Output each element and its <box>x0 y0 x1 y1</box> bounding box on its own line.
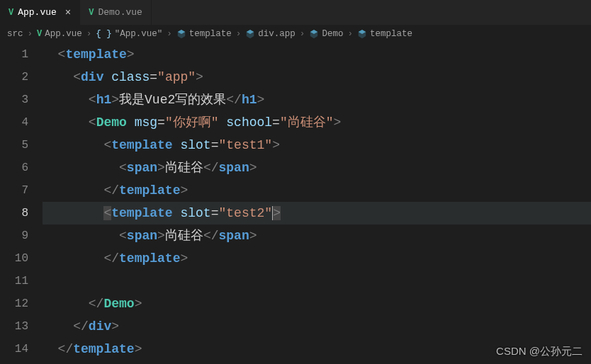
code-area[interactable]: <template> <div class="app"> <h1>我是Vue2写… <box>43 43 591 364</box>
watermark: CSDN @公孙元二 <box>496 345 582 358</box>
code-line: </template> <box>43 247 591 270</box>
code-line: </template> <box>43 179 591 202</box>
vue-icon: V <box>37 29 42 39</box>
breadcrumb-item[interactable]: Demo <box>309 29 343 39</box>
tab-label: App.vue <box>18 7 57 18</box>
symbol-icon <box>245 29 255 39</box>
code-line: <Demo msg="你好啊" school="尚硅谷"> <box>43 111 591 134</box>
tab-label: Demo.vue <box>98 7 142 18</box>
breadcrumb-item[interactable]: template <box>176 29 232 39</box>
breadcrumb-item[interactable]: src <box>7 29 23 39</box>
symbol-icon <box>309 29 319 39</box>
code-line: </div> <box>43 315 591 338</box>
symbol-icon <box>176 29 186 39</box>
breadcrumb-item[interactable]: { } "App.vue" <box>96 29 162 39</box>
breadcrumb-item[interactable]: template <box>357 29 412 39</box>
code-line <box>43 270 591 292</box>
close-icon[interactable]: × <box>65 7 71 18</box>
code-line: <h1>我是Vue2写的效果</h1> <box>43 89 591 111</box>
code-line: </Demo> <box>43 292 591 315</box>
code-line: <template slot="test2"> <box>43 202 591 224</box>
code-line: <span>尚硅谷</span> <box>43 224 591 247</box>
code-line: <template> <box>43 43 591 66</box>
breadcrumb-item[interactable]: V App.vue <box>37 29 82 39</box>
vue-icon: V <box>9 8 13 18</box>
breadcrumb-item[interactable]: div.app <box>245 29 296 39</box>
symbol-icon <box>357 29 367 39</box>
line-gutter: 1 2 3 4 5 6 7 8 9 10 11 12 13 14 <box>0 43 43 364</box>
breadcrumbs: src › V App.vue › { } "App.vue" › templa… <box>0 25 591 43</box>
tab-bar: V App.vue × V Demo.vue <box>0 0 591 25</box>
tab-demo-vue[interactable]: V Demo.vue <box>80 0 152 25</box>
code-line: <template slot="test1"> <box>43 134 591 157</box>
vue-icon: V <box>89 8 94 18</box>
tab-app-vue[interactable]: V App.vue × <box>0 0 80 25</box>
code-editor[interactable]: 1 2 3 4 5 6 7 8 9 10 11 12 13 14 <templa… <box>0 43 591 364</box>
code-line: <div class="app"> <box>43 66 591 89</box>
code-line: <span>尚硅谷</span> <box>43 157 591 179</box>
